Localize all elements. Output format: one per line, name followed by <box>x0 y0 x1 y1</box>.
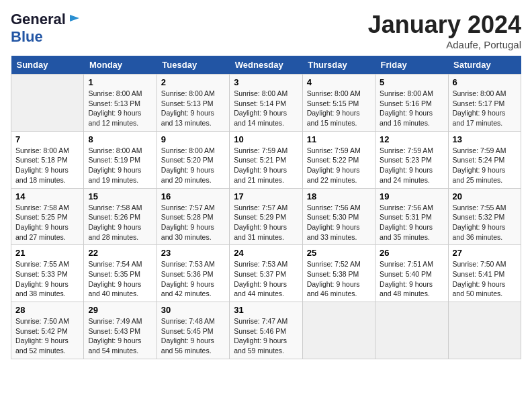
logo-general: General <box>11 11 66 28</box>
day-info: Sunrise: 7:54 AM Sunset: 5:35 PM Dayligh… <box>88 259 152 299</box>
calendar-cell: 15 Sunrise: 7:58 AM Sunset: 5:26 PM Dayl… <box>84 188 157 245</box>
day-info: Sunrise: 8:00 AM Sunset: 5:15 PM Dayligh… <box>307 89 371 128</box>
day-number: 4 <box>307 77 371 87</box>
day-info: Sunrise: 7:50 AM Sunset: 5:41 PM Dayligh… <box>453 259 517 299</box>
col-header-sunday: Sunday <box>11 56 84 75</box>
day-number: 24 <box>234 248 298 258</box>
calendar-cell: 17 Sunrise: 7:57 AM Sunset: 5:29 PM Dayl… <box>230 188 302 245</box>
day-number: 10 <box>234 134 298 144</box>
calendar-cell: 6 Sunrise: 8:00 AM Sunset: 5:17 PM Dayli… <box>448 75 521 132</box>
day-info: Sunrise: 7:58 AM Sunset: 5:26 PM Dayligh… <box>88 203 152 242</box>
calendar-cell: 20 Sunrise: 7:55 AM Sunset: 5:32 PM Dayl… <box>448 188 521 245</box>
col-header-wednesday: Wednesday <box>230 56 302 75</box>
calendar-cell: 18 Sunrise: 7:56 AM Sunset: 5:30 PM Dayl… <box>302 188 375 245</box>
day-number: 20 <box>453 191 517 201</box>
day-number: 22 <box>88 248 152 258</box>
col-header-saturday: Saturday <box>448 56 521 75</box>
calendar-cell: 14 Sunrise: 7:58 AM Sunset: 5:25 PM Dayl… <box>11 188 84 245</box>
day-number: 13 <box>453 134 517 144</box>
day-number: 26 <box>380 248 443 258</box>
day-number: 28 <box>15 305 79 315</box>
day-info: Sunrise: 7:58 AM Sunset: 5:25 PM Dayligh… <box>15 203 79 242</box>
calendar-cell <box>11 75 84 132</box>
col-header-thursday: Thursday <box>302 56 375 75</box>
day-number: 11 <box>307 134 371 144</box>
day-number: 1 <box>88 77 152 87</box>
day-number: 6 <box>453 77 517 87</box>
day-info: Sunrise: 8:00 AM Sunset: 5:13 PM Dayligh… <box>88 89 152 128</box>
day-number: 12 <box>380 134 443 144</box>
day-number: 8 <box>88 134 152 144</box>
day-info: Sunrise: 7:52 AM Sunset: 5:38 PM Dayligh… <box>307 259 371 299</box>
day-info: Sunrise: 7:56 AM Sunset: 5:31 PM Dayligh… <box>380 203 443 242</box>
calendar-cell: 21 Sunrise: 7:55 AM Sunset: 5:33 PM Dayl… <box>11 245 84 302</box>
calendar-cell: 16 Sunrise: 7:57 AM Sunset: 5:28 PM Dayl… <box>157 188 229 245</box>
calendar-cell: 5 Sunrise: 8:00 AM Sunset: 5:16 PM Dayli… <box>375 75 448 132</box>
day-number: 15 <box>88 191 152 201</box>
calendar-cell: 23 Sunrise: 7:53 AM Sunset: 5:36 PM Dayl… <box>157 245 229 302</box>
calendar-cell: 9 Sunrise: 8:00 AM Sunset: 5:20 PM Dayli… <box>157 131 229 188</box>
day-info: Sunrise: 7:57 AM Sunset: 5:29 PM Dayligh… <box>234 203 298 242</box>
day-info: Sunrise: 7:55 AM Sunset: 5:33 PM Dayligh… <box>15 259 79 299</box>
page-header: General Blue January 2024 Adaufe, Portug… <box>11 11 521 50</box>
calendar-cell: 28 Sunrise: 7:50 AM Sunset: 5:42 PM Dayl… <box>11 302 84 359</box>
day-info: Sunrise: 7:53 AM Sunset: 5:36 PM Dayligh… <box>161 259 225 299</box>
calendar-cell: 25 Sunrise: 7:52 AM Sunset: 5:38 PM Dayl… <box>302 245 375 302</box>
day-number: 21 <box>15 248 79 258</box>
logo-blue: Blue <box>11 28 43 45</box>
day-number: 14 <box>15 191 79 201</box>
calendar-cell: 31 Sunrise: 7:47 AM Sunset: 5:46 PM Dayl… <box>230 302 302 359</box>
day-number: 30 <box>161 305 225 315</box>
location: Adaufe, Portugal <box>368 39 521 50</box>
day-info: Sunrise: 8:00 AM Sunset: 5:14 PM Dayligh… <box>234 89 298 128</box>
day-number: 9 <box>161 134 225 144</box>
calendar-table: SundayMondayTuesdayWednesdayThursdayFrid… <box>11 56 521 359</box>
day-number: 5 <box>380 77 443 87</box>
calendar-cell: 30 Sunrise: 7:48 AM Sunset: 5:45 PM Dayl… <box>157 302 229 359</box>
calendar-cell: 29 Sunrise: 7:49 AM Sunset: 5:43 PM Dayl… <box>84 302 157 359</box>
day-number: 2 <box>161 77 225 87</box>
calendar-cell: 22 Sunrise: 7:54 AM Sunset: 5:35 PM Dayl… <box>84 245 157 302</box>
day-info: Sunrise: 7:47 AM Sunset: 5:46 PM Dayligh… <box>234 316 298 356</box>
calendar-cell: 26 Sunrise: 7:51 AM Sunset: 5:40 PM Dayl… <box>375 245 448 302</box>
calendar-cell <box>302 302 375 359</box>
day-number: 25 <box>307 248 371 258</box>
day-info: Sunrise: 7:57 AM Sunset: 5:28 PM Dayligh… <box>161 203 225 242</box>
day-number: 31 <box>234 305 298 315</box>
day-info: Sunrise: 7:59 AM Sunset: 5:24 PM Dayligh… <box>453 146 517 185</box>
calendar-cell <box>448 302 521 359</box>
col-header-friday: Friday <box>375 56 448 75</box>
calendar-cell: 10 Sunrise: 7:59 AM Sunset: 5:21 PM Dayl… <box>230 131 302 188</box>
day-number: 27 <box>453 248 517 258</box>
day-number: 17 <box>234 191 298 201</box>
day-info: Sunrise: 7:48 AM Sunset: 5:45 PM Dayligh… <box>161 316 225 356</box>
day-info: Sunrise: 7:49 AM Sunset: 5:43 PM Dayligh… <box>88 316 152 356</box>
day-info: Sunrise: 8:00 AM Sunset: 5:16 PM Dayligh… <box>380 89 443 128</box>
calendar-cell: 3 Sunrise: 8:00 AM Sunset: 5:14 PM Dayli… <box>230 75 302 132</box>
day-number: 23 <box>161 248 225 258</box>
calendar-cell: 12 Sunrise: 7:59 AM Sunset: 5:23 PM Dayl… <box>375 131 448 188</box>
day-info: Sunrise: 8:00 AM Sunset: 5:13 PM Dayligh… <box>161 89 225 128</box>
day-info: Sunrise: 8:00 AM Sunset: 5:18 PM Dayligh… <box>15 146 79 185</box>
month-title: January 2024 <box>368 11 521 39</box>
calendar-cell: 27 Sunrise: 7:50 AM Sunset: 5:41 PM Dayl… <box>448 245 521 302</box>
day-number: 3 <box>234 77 298 87</box>
day-info: Sunrise: 7:59 AM Sunset: 5:22 PM Dayligh… <box>307 146 371 185</box>
day-number: 19 <box>380 191 443 201</box>
day-info: Sunrise: 7:51 AM Sunset: 5:40 PM Dayligh… <box>380 259 443 299</box>
day-info: Sunrise: 7:53 AM Sunset: 5:37 PM Dayligh… <box>234 259 298 299</box>
day-number: 29 <box>88 305 152 315</box>
day-info: Sunrise: 8:00 AM Sunset: 5:20 PM Dayligh… <box>161 146 225 185</box>
title-block: January 2024 Adaufe, Portugal <box>368 11 521 50</box>
day-number: 18 <box>307 191 371 201</box>
logo: General Blue <box>11 11 81 46</box>
day-number: 16 <box>161 191 225 201</box>
calendar-cell: 11 Sunrise: 7:59 AM Sunset: 5:22 PM Dayl… <box>302 131 375 188</box>
calendar-cell: 19 Sunrise: 7:56 AM Sunset: 5:31 PM Dayl… <box>375 188 448 245</box>
day-info: Sunrise: 7:50 AM Sunset: 5:42 PM Dayligh… <box>15 316 79 356</box>
calendar-cell: 7 Sunrise: 8:00 AM Sunset: 5:18 PM Dayli… <box>11 131 84 188</box>
svg-marker-0 <box>70 15 79 21</box>
calendar-cell <box>375 302 448 359</box>
col-header-monday: Monday <box>84 56 157 75</box>
day-info: Sunrise: 8:00 AM Sunset: 5:19 PM Dayligh… <box>88 146 152 185</box>
